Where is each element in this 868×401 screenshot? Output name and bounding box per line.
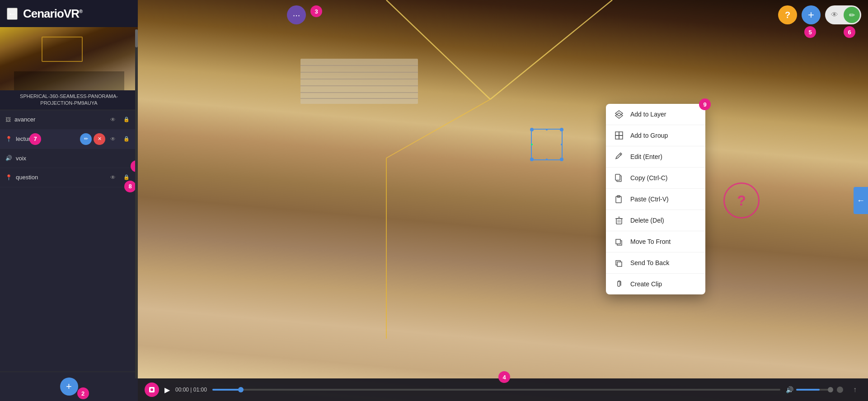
layer-type-icon: 📍 bbox=[5, 174, 12, 181]
svg-rect-30 bbox=[617, 262, 622, 266]
context-edit[interactable]: Edit (Enter) bbox=[606, 146, 705, 168]
context-create-clip[interactable]: Create Clip bbox=[606, 274, 705, 294]
badge-3: 3 bbox=[310, 5, 322, 17]
right-arrow-button[interactable]: ← bbox=[854, 187, 868, 214]
context-move-front[interactable]: Move To Front bbox=[606, 231, 705, 252]
add-layer-button[interactable]: + bbox=[60, 378, 78, 396]
timeline-track[interactable] bbox=[212, 389, 780, 391]
visibility-button[interactable]: 👁 bbox=[107, 133, 119, 145]
context-label: Create Clip bbox=[630, 280, 662, 288]
volume-track[interactable] bbox=[796, 389, 832, 391]
edit-mode-button[interactable]: ✏ bbox=[844, 7, 860, 23]
top-bar-buttons: ? + 👁 ✏ bbox=[778, 5, 861, 24]
add-to-group-icon bbox=[614, 131, 624, 140]
scene-name: SPHERICAL-360-SEAMLESS-PANORAMA-PROJECTI… bbox=[0, 90, 138, 110]
layer-name: lecture bbox=[16, 135, 80, 142]
context-delete[interactable]: Delete (Del) bbox=[606, 210, 705, 231]
question-overlay: ? bbox=[723, 182, 760, 219]
context-label: Copy (Ctrl-C) bbox=[630, 174, 667, 182]
send-back-icon bbox=[614, 258, 624, 268]
context-label: Add to Layer bbox=[630, 111, 666, 118]
context-copy[interactable]: Copy (Ctrl-C) bbox=[606, 168, 705, 189]
context-label: Edit (Enter) bbox=[630, 153, 662, 160]
layer-type-icon: 🖼 bbox=[5, 117, 11, 123]
volume-toggle[interactable] bbox=[837, 387, 843, 393]
lock-button[interactable]: 🔒 bbox=[121, 114, 132, 126]
lock-button[interactable]: 🔒 bbox=[121, 133, 132, 145]
context-menu: 9 Add to Layer Add to Group Edit (Enter) bbox=[606, 104, 705, 294]
scene-preview bbox=[0, 27, 138, 90]
sidebar-bottom: + 2 bbox=[0, 372, 138, 401]
svg-rect-16 bbox=[619, 132, 623, 135]
paste-icon bbox=[614, 194, 624, 204]
volume-thumb bbox=[828, 387, 833, 392]
layer-actions: ✏ ✕ 👁 🔒 bbox=[80, 133, 132, 145]
context-add-to-group[interactable]: Add to Group bbox=[606, 125, 705, 146]
context-label: Paste (Ctrl-V) bbox=[630, 196, 669, 203]
sidebar-header: ← CenarioVR® bbox=[0, 0, 138, 27]
context-label: Send To Back bbox=[630, 259, 669, 266]
help-button[interactable]: ? bbox=[778, 5, 797, 24]
logo-reg: ® bbox=[79, 9, 82, 14]
layer-actions: 👁 🔒 bbox=[107, 114, 132, 126]
timeline-thumb bbox=[238, 387, 244, 392]
create-clip-icon bbox=[614, 279, 624, 289]
layers-list: 🖼 avancer 👁 🔒 📍 lecture ✏ ✕ 👁 🔒 7 bbox=[0, 110, 138, 372]
svg-point-32 bbox=[150, 388, 153, 391]
badge-9: 9 bbox=[699, 98, 711, 110]
add-to-layer-icon bbox=[614, 109, 624, 119]
layer-type-icon: 🔊 bbox=[5, 155, 12, 161]
edit-button[interactable]: ✏ bbox=[80, 133, 92, 145]
add-button[interactable]: + bbox=[802, 5, 821, 24]
badge-6: 6 bbox=[844, 26, 855, 38]
layer-type-icon: 📍 bbox=[5, 136, 12, 142]
volume-section: 🔊 bbox=[786, 386, 843, 393]
upload-button[interactable]: ↑ bbox=[849, 383, 861, 396]
delete-button[interactable]: ✕ bbox=[94, 133, 105, 145]
layer-item-voix[interactable]: 🔊 voix 1 bbox=[0, 149, 138, 168]
layer-item-question[interactable]: 📍 question 👁 🔒 8 bbox=[0, 168, 138, 187]
context-label: Move To Front bbox=[630, 238, 671, 245]
volume-fill bbox=[796, 389, 820, 391]
back-button[interactable]: ← bbox=[7, 8, 18, 20]
app-logo: CenarioVR® bbox=[23, 7, 82, 21]
timeline-bar: ▶ 00:00 | 01:00 🔊 ↑ 4 bbox=[138, 378, 868, 401]
volume-icon: 🔊 bbox=[786, 386, 793, 393]
logo-vr: VR bbox=[64, 7, 79, 20]
layer-name: avancer bbox=[14, 116, 107, 123]
badge-8: 8 bbox=[124, 181, 136, 192]
record-button[interactable] bbox=[145, 382, 159, 397]
dots-menu-button[interactable]: ··· bbox=[287, 5, 306, 24]
play-button[interactable]: ▶ bbox=[164, 386, 170, 394]
svg-rect-15 bbox=[615, 135, 619, 139]
logo-text: Cenario bbox=[23, 7, 64, 20]
svg-rect-28 bbox=[616, 239, 620, 244]
context-paste[interactable]: Paste (Ctrl-V) bbox=[606, 189, 705, 210]
layer-item[interactable]: 🖼 avancer 👁 🔒 bbox=[0, 110, 138, 130]
move-front-icon bbox=[614, 237, 624, 247]
sidebar: ← CenarioVR® SPHERICAL-360-SEAMLESS-PANO… bbox=[0, 0, 138, 401]
layer-name: question bbox=[16, 174, 107, 181]
svg-marker-11 bbox=[615, 111, 623, 116]
main-canvas: ? ··· 3 ? + 👁 ✏ 5 6 ← 9 A bbox=[138, 0, 868, 401]
context-label: Delete (Del) bbox=[630, 217, 664, 224]
timeline-progress bbox=[212, 389, 241, 391]
svg-rect-22 bbox=[616, 219, 622, 224]
badge-5: 5 bbox=[804, 26, 816, 38]
badge-4: 4 bbox=[498, 371, 510, 383]
delete-icon bbox=[614, 215, 624, 225]
preview-mode-button[interactable]: 👁 bbox=[826, 7, 843, 23]
svg-rect-13 bbox=[615, 132, 619, 135]
edit-icon bbox=[614, 152, 624, 162]
badge-2: 2 bbox=[77, 387, 89, 399]
context-add-to-layer[interactable]: Add to Layer bbox=[606, 104, 705, 125]
visibility-button[interactable]: 👁 bbox=[107, 172, 119, 183]
layer-item-lecture[interactable]: 📍 lecture ✏ ✕ 👁 🔒 7 bbox=[0, 130, 138, 149]
view-toggle: 👁 ✏ bbox=[825, 5, 861, 24]
layer-name: voix bbox=[16, 155, 132, 162]
svg-marker-12 bbox=[615, 113, 623, 118]
context-send-back[interactable]: Send To Back bbox=[606, 252, 705, 274]
app-container: ← CenarioVR® SPHERICAL-360-SEAMLESS-PANO… bbox=[0, 0, 868, 401]
visibility-button[interactable]: 👁 bbox=[107, 114, 119, 126]
sidebar-scrollbar[interactable] bbox=[135, 29, 138, 378]
